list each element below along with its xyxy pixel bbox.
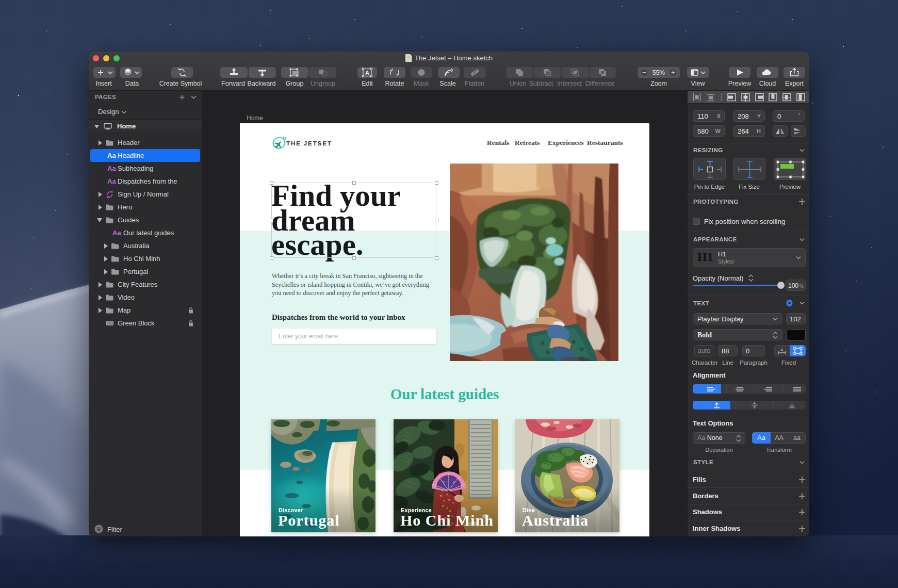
svg-text:A: A bbox=[780, 348, 783, 352]
svg-text:55%: 55% bbox=[652, 69, 665, 76]
svg-text:A: A bbox=[365, 70, 369, 76]
